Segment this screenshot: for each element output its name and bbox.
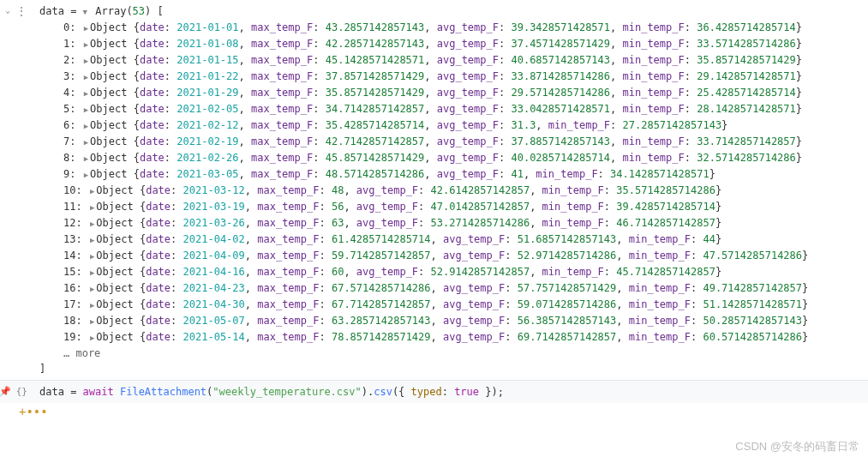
pin-icon[interactable]: 📌 bbox=[0, 386, 11, 397]
row-expand-icon[interactable]: ▶ bbox=[90, 317, 94, 326]
row-expand-icon[interactable]: ▶ bbox=[84, 122, 88, 130]
output-content: data = ▼ Array(53) [ 0: ▶Object {date: 2… bbox=[33, 3, 868, 376]
type-label: Array bbox=[95, 5, 126, 17]
row-expand-icon[interactable]: ▶ bbox=[90, 285, 94, 293]
method-name: csv bbox=[374, 386, 392, 398]
row-expand-icon[interactable]: ▶ bbox=[90, 334, 94, 342]
array-row[interactable]: 13: ▶Object {date: 2021-04-02, max_temp_… bbox=[39, 232, 868, 248]
row-expand-icon[interactable]: ▶ bbox=[84, 154, 88, 163]
row-expand-icon[interactable]: ▶ bbox=[90, 203, 94, 212]
row-expand-icon[interactable]: ▶ bbox=[84, 171, 88, 179]
array-row[interactable]: 18: ▶Object {date: 2021-05-07, max_temp_… bbox=[39, 313, 868, 329]
array-row[interactable]: 17: ▶Object {date: 2021-04-30, max_temp_… bbox=[39, 297, 868, 313]
option-value: true bbox=[454, 386, 479, 398]
collapse-chevron-icon[interactable]: ⌄ bbox=[5, 5, 10, 15]
array-row[interactable]: 3: ▶Object {date: 2021-01-22, max_temp_F… bbox=[39, 69, 868, 85]
option-key: typed bbox=[411, 386, 442, 398]
array-row[interactable]: 5: ▶Object {date: 2021-02-05, max_temp_F… bbox=[39, 101, 868, 117]
array-row[interactable]: 4: ▶Object {date: 2021-01-29, max_temp_F… bbox=[39, 85, 868, 101]
array-row[interactable]: 14: ▶Object {date: 2021-04-09, max_temp_… bbox=[39, 248, 868, 264]
array-row[interactable]: 6: ▶Object {date: 2021-02-12, max_temp_F… bbox=[39, 117, 868, 134]
code-cell[interactable]: 📌 {} data = await FileAttachment("weekly… bbox=[0, 380, 868, 403]
array-row[interactable]: 9: ▶Object {date: 2021-03-05, max_temp_F… bbox=[39, 166, 868, 183]
array-row[interactable]: 11: ▶Object {date: 2021-03-19, max_temp_… bbox=[39, 199, 868, 215]
row-expand-icon[interactable]: ▶ bbox=[84, 89, 88, 98]
array-row[interactable]: 19: ▶Object {date: 2021-05-14, max_temp_… bbox=[39, 329, 868, 346]
row-expand-icon[interactable]: ▶ bbox=[84, 105, 88, 114]
string-arg: "weekly_temperature.csv" bbox=[213, 386, 361, 398]
array-close: ] bbox=[39, 361, 868, 376]
row-expand-icon[interactable]: ▶ bbox=[90, 219, 94, 228]
array-row[interactable]: 8: ▶Object {date: 2021-02-26, max_temp_F… bbox=[39, 150, 868, 166]
array-row[interactable]: 7: ▶Object {date: 2021-02-19, max_temp_F… bbox=[39, 134, 868, 150]
array-header[interactable]: data = ▼ Array(53) [ bbox=[39, 3, 868, 20]
row-expand-icon[interactable]: ▶ bbox=[90, 268, 94, 277]
row-expand-icon[interactable]: ▶ bbox=[90, 187, 94, 195]
code-content[interactable]: data = await FileAttachment("weekly_temp… bbox=[33, 384, 868, 400]
output-gutter: ⌄ ⋮ bbox=[0, 3, 33, 376]
array-length: 53 bbox=[133, 5, 145, 17]
add-cell-icon[interactable]: +••• bbox=[0, 403, 868, 418]
function-name: FileAttachment bbox=[120, 386, 207, 398]
variable-name: data bbox=[39, 5, 64, 17]
row-expand-icon[interactable]: ▶ bbox=[90, 301, 94, 310]
array-row[interactable]: 0: ▶Object {date: 2021-01-01, max_temp_F… bbox=[39, 20, 868, 36]
watermark: CSDN @安冬的码畜日常 bbox=[735, 439, 859, 454]
cell-menu-icon[interactable]: ⋮ bbox=[15, 5, 27, 17]
braces-icon[interactable]: {} bbox=[16, 386, 27, 397]
array-row[interactable]: 1: ▶Object {date: 2021-01-08, max_temp_F… bbox=[39, 36, 868, 52]
array-row[interactable]: 10: ▶Object {date: 2021-03-12, max_temp_… bbox=[39, 183, 868, 199]
expand-triangle-icon[interactable]: ▼ bbox=[83, 8, 87, 16]
code-gutter: 📌 {} bbox=[0, 384, 33, 400]
row-expand-icon[interactable]: ▶ bbox=[84, 40, 88, 49]
row-expand-icon[interactable]: ▶ bbox=[84, 57, 88, 65]
output-cell: ⌄ ⋮ data = ▼ Array(53) [ 0: ▶Object {dat… bbox=[0, 0, 868, 380]
await-keyword: await bbox=[83, 386, 114, 398]
more-indicator[interactable]: … more bbox=[39, 346, 868, 361]
row-expand-icon[interactable]: ▶ bbox=[84, 138, 88, 147]
code-var: data bbox=[39, 386, 64, 398]
array-row[interactable]: 16: ▶Object {date: 2021-04-23, max_temp_… bbox=[39, 280, 868, 297]
row-expand-icon[interactable]: ▶ bbox=[84, 24, 88, 33]
row-expand-icon[interactable]: ▶ bbox=[90, 252, 94, 261]
array-row[interactable]: 12: ▶Object {date: 2021-03-26, max_temp_… bbox=[39, 215, 868, 232]
row-expand-icon[interactable]: ▶ bbox=[84, 73, 88, 81]
array-row[interactable]: 15: ▶Object {date: 2021-04-16, max_temp_… bbox=[39, 264, 868, 280]
array-row[interactable]: 2: ▶Object {date: 2021-01-15, max_temp_F… bbox=[39, 52, 868, 69]
row-expand-icon[interactable]: ▶ bbox=[90, 236, 94, 244]
